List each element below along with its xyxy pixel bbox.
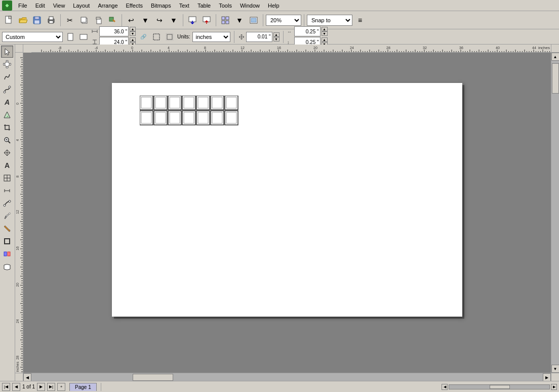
crop-button[interactable] (1, 121, 13, 134)
status-hscroll-thumb[interactable] (490, 385, 510, 389)
page-1-tab[interactable]: Page 1 (69, 383, 97, 391)
outline-button[interactable] (1, 235, 13, 247)
table-button[interactable] (1, 172, 13, 184)
width-up-button[interactable]: ▲ (130, 27, 136, 31)
bottom-scroll-track[interactable] (31, 373, 543, 381)
shape-edit-button[interactable] (1, 58, 13, 70)
cut-button[interactable]: ✂ (63, 14, 76, 27)
menu-table[interactable]: Table (193, 2, 215, 10)
landscape-button[interactable] (78, 31, 89, 42)
select-tool-button[interactable] (1, 46, 13, 58)
eyedropper-button[interactable] (1, 210, 13, 222)
undo-button[interactable]: ↩ (125, 14, 138, 27)
bottom-scroll-thumb[interactable] (133, 374, 173, 381)
separator-6 (304, 14, 304, 26)
svg-rect-68 (211, 96, 224, 110)
scroll-down-button[interactable]: ▼ (551, 365, 560, 373)
freehand-button[interactable] (1, 71, 13, 83)
menu-bitmaps[interactable]: Bitmaps (147, 2, 175, 10)
pan-button[interactable] (1, 147, 13, 159)
menu-layout[interactable]: Layout (69, 2, 94, 10)
offset-x-input[interactable] (294, 26, 321, 36)
copy-button[interactable] (77, 14, 91, 27)
new-button[interactable] (2, 14, 15, 27)
format-paint-button[interactable] (106, 14, 119, 27)
menu-view[interactable]: View (49, 2, 69, 10)
scroll-left-button[interactable]: ◀ (23, 373, 31, 381)
bleed-button[interactable] (164, 31, 175, 42)
blend-button[interactable] (1, 248, 13, 260)
scroll-right-button[interactable]: ▶ (543, 373, 551, 381)
print-button[interactable] (45, 14, 58, 27)
import-button[interactable] (186, 14, 199, 27)
width-down-button[interactable]: ▼ (130, 31, 136, 36)
status-hscroll-track[interactable] (449, 384, 550, 389)
canvas-area[interactable] (23, 53, 551, 373)
envelope-button[interactable] (1, 260, 13, 273)
add-page-button[interactable]: + (57, 383, 65, 391)
view-options-button[interactable] (219, 14, 232, 27)
paste-button[interactable] (92, 14, 105, 27)
redo-dropdown[interactable]: ▼ (167, 14, 180, 27)
units-select[interactable]: inches millimeters centimeters pixels (192, 32, 230, 42)
svg-rect-30 (153, 34, 159, 40)
artistic-text-button[interactable]: A (1, 96, 13, 108)
next-page-button[interactable]: ▶ (37, 383, 45, 391)
svg-rect-57 (8, 252, 10, 256)
width-input[interactable] (99, 26, 129, 36)
nudge-up-button[interactable]: ▲ (273, 32, 280, 37)
menu-window[interactable]: Window (236, 2, 264, 10)
menu-tools[interactable]: Tools (215, 2, 236, 10)
bezier-button[interactable] (1, 83, 13, 96)
open-button[interactable] (16, 14, 29, 27)
undo-dropdown[interactable]: ▼ (139, 14, 152, 27)
prev-page-button[interactable]: ◀ (12, 383, 20, 391)
view-options-dropdown[interactable]: ▼ (233, 14, 246, 27)
menu-edit[interactable]: Edit (31, 2, 49, 10)
menu-help[interactable]: Help (264, 2, 284, 10)
portrait-button[interactable] (65, 31, 76, 42)
page-preset-select[interactable]: Custom (2, 32, 63, 42)
nudge-input[interactable] (246, 32, 272, 42)
svg-rect-5 (34, 20, 39, 24)
height-up-button[interactable]: ▲ (130, 37, 136, 42)
smart-fill-button[interactable] (1, 109, 13, 121)
left-ruler: inches (15, 53, 23, 373)
dimension-button[interactable] (1, 185, 13, 197)
nudge-down-button[interactable]: ▼ (273, 37, 280, 41)
text-button[interactable]: A (1, 159, 13, 171)
page-borders-button[interactable] (151, 31, 162, 42)
export-button[interactable] (200, 14, 213, 27)
zoom-button[interactable] (1, 134, 13, 146)
menu-arrange[interactable]: Arrange (94, 2, 122, 10)
snap-select[interactable]: Snap to (307, 15, 352, 26)
snap-settings-button[interactable]: ≡ (353, 14, 367, 27)
first-page-button[interactable]: |◀ (2, 383, 10, 391)
connector-button[interactable] (1, 197, 13, 209)
status-scroll-right[interactable]: ▶ (551, 384, 557, 390)
canvas-container: inches inches (15, 45, 559, 381)
fill-button[interactable] (1, 223, 13, 235)
menu-file[interactable]: File (14, 2, 31, 10)
zoom-select[interactable]: 20% 50% 100% (266, 15, 301, 26)
last-page-button[interactable]: ▶| (47, 383, 55, 391)
svg-rect-81 (198, 112, 208, 123)
right-scroll-track[interactable] (551, 61, 560, 365)
offset-x-down[interactable]: ▼ (322, 31, 328, 36)
status-scroll-left[interactable]: ◀ (442, 384, 448, 390)
menu-effects[interactable]: Effects (122, 2, 147, 10)
offset-x-up[interactable]: ▲ (322, 27, 328, 31)
ruler-corner (15, 45, 23, 53)
view-mode-button[interactable] (247, 14, 260, 27)
svg-rect-65 (184, 97, 194, 108)
offset-y-up[interactable]: ▲ (322, 37, 328, 42)
redo-button[interactable]: ↪ (153, 14, 166, 27)
menu-text[interactable]: Text (175, 2, 193, 10)
left-ruler-unit-label: inches (16, 362, 19, 372)
right-scroll-thumb[interactable] (552, 63, 559, 94)
svg-rect-19 (226, 21, 229, 24)
lock-aspect-button[interactable]: 🔗 (138, 31, 149, 42)
save-button[interactable] (30, 14, 44, 27)
menubar: File Edit View Layout Arrange Effects Bi… (0, 0, 559, 11)
scroll-up-button[interactable]: ▲ (551, 53, 560, 61)
